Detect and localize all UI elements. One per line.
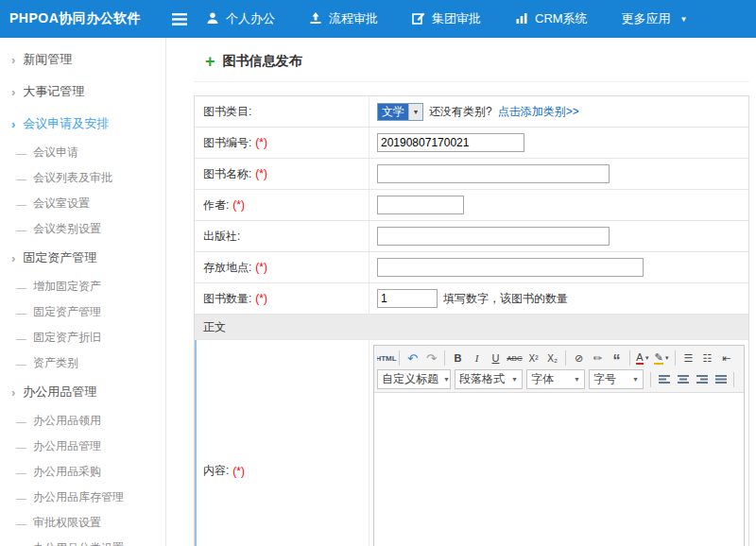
main-content: + 图书信息发布 图书类目: 文学 ▼ 还没有类别? 点击添加类别>>	[166, 38, 756, 546]
sidebar-item-asset-category[interactable]: — 资产类别	[0, 350, 165, 376]
undo-button[interactable]: ↶	[404, 349, 421, 367]
indent-button[interactable]: ⇥	[736, 349, 741, 367]
caret-down-icon: ▼	[664, 355, 670, 361]
sidebar-item-supplies-category-settings[interactable]: — 办公用品分类设置	[0, 536, 165, 546]
sidebar-item-fixed-asset-management[interactable]: — 固定资产管理	[0, 299, 165, 325]
author-input[interactable]	[377, 196, 464, 214]
dash-icon: —	[16, 307, 26, 318]
redo-button[interactable]: ↷	[422, 349, 440, 367]
nav-item-workflow-approval[interactable]: 流程审批	[309, 10, 378, 27]
book-name-label: 图书名称: (*)	[195, 159, 369, 189]
sidebar-group-label: 办公用品管理	[23, 384, 96, 401]
sidebar-item-approval-permission-settings[interactable]: — 审批权限设置	[0, 510, 165, 536]
nav-item-crm[interactable]: CRM系统	[515, 10, 588, 27]
form-row-quantity: 图书数量: (*) 填写数字，该图书的数量	[195, 283, 748, 315]
nav-item-group-approval[interactable]: 集团审批	[412, 10, 481, 27]
quantity-input[interactable]	[377, 289, 438, 308]
publisher-input[interactable]	[377, 227, 610, 246]
editor-content-area[interactable]	[374, 393, 744, 546]
sidebar-item-meeting-list-approval[interactable]: — 会议列表及审批	[0, 165, 165, 191]
sidebar-item-label: 会议室设置	[33, 196, 90, 212]
dash-icon: —	[16, 518, 26, 529]
sidebar-item-label: 办公用品分类设置	[33, 540, 124, 546]
highlight-color-button[interactable]: ✎ ▼	[653, 349, 671, 367]
paragraph-format-select[interactable]: 段落格式 ▼	[455, 369, 523, 389]
sidebar-item-meeting-category-settings[interactable]: — 会议类别设置	[0, 216, 165, 242]
align-left-button[interactable]	[655, 370, 673, 389]
form-row-book-name: 图书名称: (*)	[195, 159, 748, 190]
dash-icon: —	[16, 467, 26, 478]
sidebar-item-meeting-room-settings[interactable]: — 会议室设置	[0, 191, 165, 216]
sidebar-group-events[interactable]: › 大事记管理	[0, 76, 165, 108]
chevron-right-icon: ›	[11, 251, 15, 265]
content-layout: › 新闻管理 › 大事记管理 › 会议申请及安排 — 会议申请 — 会议列表及审…	[0, 38, 756, 546]
sidebar-group-label: 会议申请及安排	[23, 115, 109, 132]
sidebar-item-label: 固定资产折旧	[33, 330, 101, 346]
category-select[interactable]: 文学 ▼	[377, 103, 423, 121]
sidebar-item-label: 会议类别设置	[33, 221, 101, 237]
dash-icon: —	[16, 282, 26, 293]
font-family-select[interactable]: 字体 ▼	[526, 369, 585, 389]
font-color-button[interactable]: A ▼	[634, 349, 652, 367]
sidebar-item-meeting-application[interactable]: — 会议申请	[0, 140, 165, 165]
app-logo[interactable]: PHPOA协同办公软件	[0, 10, 166, 27]
ordered-list-button[interactable]: ☷	[698, 349, 716, 367]
sidebar-item-fixed-asset-depreciation[interactable]: — 固定资产折旧	[0, 325, 165, 350]
remove-format-button[interactable]: ⊘	[570, 349, 588, 367]
bar-chart-icon	[515, 11, 528, 27]
sidebar-item-add-fixed-asset[interactable]: — 增加固定资产	[0, 274, 165, 299]
bold-button[interactable]: B	[449, 349, 467, 367]
sidebar-group-office-supplies[interactable]: › 办公用品管理	[0, 376, 165, 408]
book-number-field	[369, 128, 748, 157]
align-right-button[interactable]	[693, 370, 711, 389]
insert-link-button[interactable]	[738, 370, 741, 389]
sidebar-group-fixed-assets[interactable]: › 固定资产管理	[0, 242, 165, 274]
sidebar-group-meetings[interactable]: › 会议申请及安排	[0, 108, 165, 140]
align-justify-button[interactable]	[712, 370, 730, 389]
quantity-label: 图书数量: (*)	[195, 283, 369, 314]
sidebar-item-label: 办公用品库存管理	[33, 489, 124, 505]
hamburger-bars	[172, 13, 187, 26]
font-color-icon: A	[636, 352, 643, 365]
subscript-button[interactable]: X₂	[543, 349, 561, 367]
editor-toolbar-row2: 自定义标题 ▼ 段落格式 ▼ 字体 ▼	[377, 368, 741, 390]
sidebar-item-supplies-requisition[interactable]: — 办公用品领用	[0, 408, 165, 434]
location-input[interactable]	[377, 258, 644, 277]
book-name-field	[369, 160, 748, 188]
font-size-select[interactable]: 字号 ▼	[589, 369, 644, 389]
align-center-icon	[677, 374, 690, 385]
underline-button[interactable]: U	[487, 349, 505, 367]
add-category-link[interactable]: 点击添加类别>>	[498, 104, 579, 120]
sidebar-item-supplies-management[interactable]: — 办公用品管理	[0, 434, 165, 459]
chevron-right-icon: ›	[11, 117, 15, 131]
sidebar-item-supplies-purchase[interactable]: — 办公用品采购	[0, 459, 165, 485]
nav-item-personal-office[interactable]: 个人办公	[206, 10, 275, 27]
sidebar-item-label: 会议申请	[33, 145, 78, 161]
publisher-label: 出版社:	[195, 221, 369, 251]
heading-select[interactable]: 自定义标题 ▼	[377, 369, 451, 389]
body-section-title: 正文	[195, 319, 234, 335]
copy-format-button[interactable]: ✏	[589, 349, 607, 367]
strikethrough-button[interactable]: ABC	[506, 349, 524, 367]
chevron-right-icon: ›	[11, 385, 15, 400]
nav-item-more-apps[interactable]: 更多应用 ▼	[622, 10, 688, 27]
link-icon	[741, 374, 742, 385]
align-center-button[interactable]	[674, 370, 692, 389]
required-mark: (*)	[255, 292, 267, 305]
outdent-button[interactable]: ⇤	[717, 349, 735, 367]
page-title: 图书信息发布	[223, 53, 302, 70]
required-mark: (*)	[232, 198, 245, 212]
page-header: + 图书信息发布	[194, 49, 749, 82]
italic-button[interactable]: I	[468, 349, 486, 367]
hamburger-menu-icon[interactable]	[166, 13, 206, 26]
superscript-button[interactable]: X²	[524, 349, 542, 367]
blockquote-button[interactable]: “	[608, 349, 626, 367]
rich-text-editor: HTML ↶ ↷ B I U ABC X²	[373, 345, 745, 546]
editor-toolbar-row1: HTML ↶ ↷ B I U ABC X²	[377, 348, 741, 368]
sidebar-group-news[interactable]: › 新闻管理	[0, 43, 165, 76]
book-name-input[interactable]	[377, 164, 610, 183]
html-source-button[interactable]: HTML	[377, 349, 395, 367]
sidebar-item-supplies-inventory[interactable]: — 办公用品库存管理	[0, 485, 165, 510]
unordered-list-button[interactable]: ☰	[679, 349, 697, 367]
book-number-input[interactable]	[377, 133, 524, 152]
